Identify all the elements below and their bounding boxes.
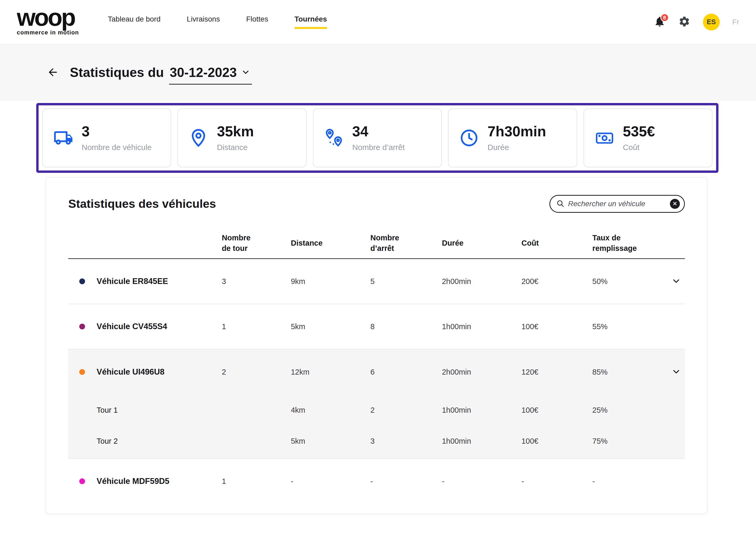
- vehicle-name-cell: Véhicule CV455S4: [68, 322, 222, 331]
- nav-tournees[interactable]: Tournées: [295, 15, 327, 29]
- nav-tableau-de-bord[interactable]: Tableau de bord: [108, 15, 161, 29]
- col-stops: Nombre d’arrêt: [370, 233, 407, 253]
- cell-duration: 2h00min: [442, 277, 521, 286]
- nav-livraisons[interactable]: Livraisons: [187, 15, 220, 29]
- cell-stops: -: [370, 477, 442, 486]
- search-icon: [556, 199, 564, 209]
- page-header: Statistiques du 30-12-2023: [0, 44, 756, 101]
- notification-badge: 8: [660, 13, 669, 22]
- clock-icon: [459, 128, 479, 148]
- clear-search-button[interactable]: [670, 199, 680, 209]
- back-button[interactable]: [47, 66, 59, 79]
- card-label: Durée: [488, 143, 546, 152]
- gear-icon: [678, 16, 690, 28]
- tour-name: Tour 1: [68, 406, 222, 414]
- page-title-text: Statistiques du: [70, 65, 164, 80]
- language-label[interactable]: Fr: [732, 18, 739, 26]
- cell-distance: 12km: [291, 368, 370, 376]
- main-nav: Tableau de bord Livraisons Flottes Tourn…: [108, 15, 327, 29]
- cell-distance: 5km: [291, 322, 370, 331]
- table-row-er845ee: Véhicule ER845EE 3 9km 5 2h00min 200€ 50…: [68, 259, 685, 304]
- vehicle-name-cell: Véhicule MDF59D5: [68, 476, 222, 486]
- cell-cost: 100€: [521, 437, 592, 446]
- cell-cost: 200€: [521, 277, 592, 286]
- card-text: 7h30min Durée: [488, 124, 546, 152]
- cell-tours: 2: [222, 368, 291, 376]
- settings-button[interactable]: [678, 16, 690, 28]
- route-stops-icon: [324, 128, 344, 148]
- cell-cost: 100€: [521, 406, 592, 414]
- date-selector[interactable]: 30-12-2023: [169, 65, 252, 84]
- vehicle-name-cell: Véhicule UI496U8: [68, 367, 222, 377]
- col-duration: Durée: [442, 238, 521, 248]
- cell-stops: 3: [370, 437, 442, 446]
- cell-fill-rate: -: [592, 477, 668, 486]
- summary-card-distance: 35km Distance: [177, 108, 306, 167]
- card-value: 535€: [623, 124, 655, 139]
- avatar[interactable]: ES: [703, 14, 720, 30]
- card-text: 3 Nombre de véhicule: [82, 124, 152, 152]
- card-text: 35km Distance: [217, 124, 254, 152]
- sub-row-tour-2: Tour 2 5km 3 1h00min 100€ 75%: [68, 426, 685, 457]
- vehicles-table: Nombre de tour Distance Nombre d’arrêt D…: [68, 228, 685, 504]
- search-input[interactable]: [568, 200, 666, 208]
- app-root: woop commerce in motion Tableau de bord …: [0, 0, 756, 514]
- card-value: 35km: [217, 124, 254, 139]
- expand-row-button[interactable]: [671, 276, 681, 287]
- table-header: Nombre de tour Distance Nombre d’arrêt D…: [68, 228, 685, 259]
- cell-stops: 2: [370, 406, 442, 414]
- logo-wordmark: woop: [17, 8, 79, 27]
- vehicle-stats-panel: Statistiques des véhicules: [46, 177, 707, 514]
- woop-logo[interactable]: woop commerce in motion: [17, 8, 79, 36]
- vehicle-color-dot: [79, 369, 85, 375]
- table-row-cv455s4: Véhicule CV455S4 1 5km 8 1h00min 100€ 55…: [68, 304, 685, 350]
- cell-cost: 120€: [521, 368, 592, 376]
- highlight-outline: 3 Nombre de véhicule 35km Distance: [36, 103, 719, 173]
- card-text: 34 Nombre d’arrêt: [352, 124, 405, 152]
- summary-section: 3 Nombre de véhicule 35km Distance: [0, 101, 756, 173]
- card-label: Distance: [217, 143, 254, 152]
- logo-tagline: commerce in motion: [17, 29, 79, 36]
- banknote-icon: [594, 128, 615, 148]
- cell-fill-rate: 75%: [592, 437, 668, 446]
- cell-stops: 6: [370, 368, 442, 376]
- col-cost: Coût: [521, 238, 592, 248]
- table-row-mdf59d5: Véhicule MDF59D5 1 - - - - -: [68, 459, 685, 504]
- card-text: 535€ Coût: [623, 124, 655, 152]
- card-label: Coût: [623, 143, 655, 152]
- panel-head: Statistiques des véhicules: [68, 195, 685, 213]
- tour-name: Tour 2: [68, 437, 222, 446]
- card-label: Nombre de véhicule: [82, 143, 152, 152]
- cell-distance: 4km: [291, 406, 370, 414]
- vehicle-search: [549, 195, 685, 213]
- cell-tours: 1: [222, 477, 291, 486]
- nav-flottes[interactable]: Flottes: [246, 15, 268, 29]
- vehicle-name: Véhicule UI496U8: [97, 367, 164, 377]
- chevron-down-icon: [241, 65, 251, 80]
- cell-fill-rate: 50%: [592, 277, 668, 286]
- cell-cost: 100€: [521, 322, 592, 331]
- cell-cost: -: [521, 477, 592, 486]
- cell-tours: 3: [222, 277, 291, 286]
- cell-duration: 1h00min: [442, 322, 521, 331]
- vehicle-name: Véhicule ER845EE: [97, 277, 168, 286]
- selected-date: 30-12-2023: [169, 65, 237, 80]
- card-value: 34: [352, 124, 405, 139]
- cell-duration: 1h00min: [442, 406, 521, 414]
- back-arrow-icon: [47, 66, 59, 79]
- vehicle-color-dot: [79, 478, 85, 484]
- card-value: 3: [82, 124, 152, 139]
- summary-card-stops: 34 Nombre d’arrêt: [313, 108, 442, 167]
- table-row-ui496u8: Véhicule UI496U8 2 12km 6 2h00min 120€ 8…: [68, 350, 685, 395]
- cell-fill-rate: 25%: [592, 406, 668, 414]
- top-bar: woop commerce in motion Tableau de bord …: [0, 0, 756, 44]
- collapse-row-button[interactable]: [671, 367, 681, 377]
- cell-stops: 8: [370, 322, 442, 331]
- expand-cell: [668, 367, 685, 377]
- cell-distance: -: [291, 477, 370, 486]
- col-fill-rate: Taux de remplissage: [592, 233, 644, 253]
- section-title: Statistiques des véhicules: [68, 197, 216, 211]
- col-distance: Distance: [291, 238, 370, 248]
- page-title: Statistiques du 30-12-2023: [70, 63, 252, 82]
- notifications-button[interactable]: 8: [654, 16, 666, 28]
